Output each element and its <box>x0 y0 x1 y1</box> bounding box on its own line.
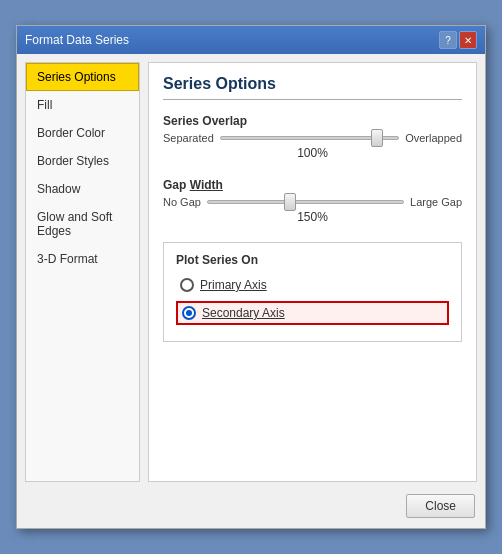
secondary-axis-label[interactable]: Secondary Axis <box>202 306 285 320</box>
sidebar-item-shadow[interactable]: Shadow <box>26 175 139 203</box>
gap-width-left-label: No Gap <box>163 196 201 208</box>
gap-width-track[interactable] <box>207 200 404 204</box>
series-overlap-left-label: Separated <box>163 132 214 144</box>
sidebar-item-series-options[interactable]: Series Options <box>26 63 139 91</box>
gap-width-thumb[interactable] <box>284 193 296 211</box>
window-close-button[interactable]: ✕ <box>459 31 477 49</box>
sidebar-item-glow-soft-edges[interactable]: Glow and Soft Edges <box>26 203 139 245</box>
title-bar-buttons: ? ✕ <box>439 31 477 49</box>
sidebar: Series Options Fill Border Color Border … <box>25 62 140 482</box>
gap-width-slider-row: No Gap Large Gap <box>163 196 462 208</box>
dialog-body: Series Options Fill Border Color Border … <box>17 54 485 528</box>
primary-axis-label[interactable]: Primary Axis <box>200 278 267 292</box>
secondary-axis-row[interactable]: Secondary Axis <box>176 301 449 325</box>
main-content: Series Options Fill Border Color Border … <box>25 62 477 482</box>
sidebar-item-border-styles[interactable]: Border Styles <box>26 147 139 175</box>
dialog-title: Format Data Series <box>25 33 129 47</box>
series-overlap-track[interactable] <box>220 136 399 140</box>
secondary-axis-radio[interactable] <box>182 306 196 320</box>
panel: Series Options Series Overlap Separated … <box>148 62 477 482</box>
help-button[interactable]: ? <box>439 31 457 49</box>
series-overlap-right-label: Overlapped <box>405 132 462 144</box>
sidebar-item-fill[interactable]: Fill <box>26 91 139 119</box>
series-overlap-slider-row: Separated Overlapped <box>163 132 462 144</box>
secondary-axis-radio-dot <box>186 310 192 316</box>
primary-axis-radio[interactable] <box>180 278 194 292</box>
primary-axis-row[interactable]: Primary Axis <box>176 275 449 295</box>
sidebar-item-border-color[interactable]: Border Color <box>26 119 139 147</box>
series-overlap-section: Series Overlap Separated Overlapped 100% <box>163 114 462 160</box>
plot-series-section: Plot Series On Primary Axis Se <box>163 242 462 342</box>
series-overlap-thumb[interactable] <box>371 129 383 147</box>
format-data-series-dialog: Format Data Series ? ✕ Series Options Fi… <box>16 25 486 529</box>
gap-width-right-label: Large Gap <box>410 196 462 208</box>
sidebar-item-3d-format[interactable]: 3-D Format <box>26 245 139 273</box>
panel-title: Series Options <box>163 75 462 100</box>
title-bar: Format Data Series ? ✕ <box>17 26 485 54</box>
series-overlap-label: Series Overlap <box>163 114 462 128</box>
gap-width-value: 150% <box>163 210 462 224</box>
close-button[interactable]: Close <box>406 494 475 518</box>
plot-series-label: Plot Series On <box>176 253 449 267</box>
gap-width-label: Gap Width <box>163 178 462 192</box>
plot-series-box: Plot Series On Primary Axis Se <box>163 242 462 342</box>
dialog-footer: Close <box>25 490 477 520</box>
gap-width-section: Gap Width No Gap Large Gap 150% <box>163 178 462 224</box>
series-overlap-value: 100% <box>163 146 462 160</box>
